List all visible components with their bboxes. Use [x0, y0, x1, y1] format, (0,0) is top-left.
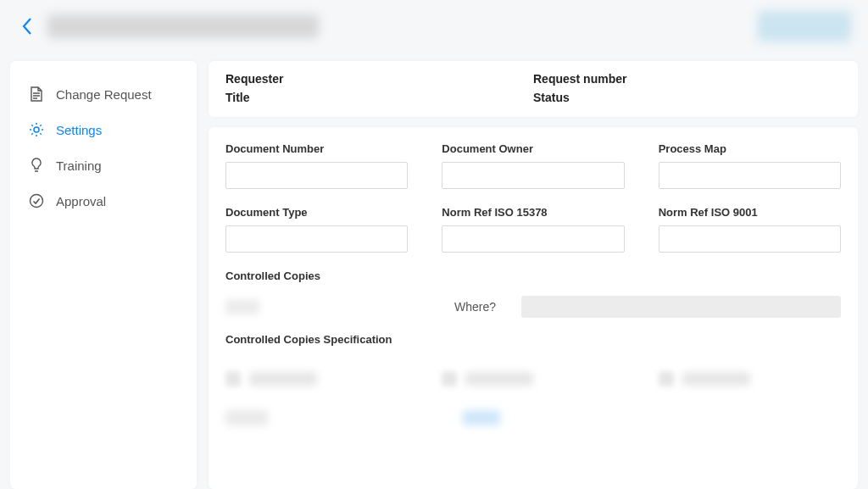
chevron-left-icon — [21, 17, 33, 36]
request-number-label: Request number — [533, 72, 660, 86]
document-number-input[interactable] — [225, 162, 408, 189]
process-map-input[interactable] — [659, 162, 841, 189]
spec-extra-2 — [463, 410, 500, 425]
where-value — [521, 296, 841, 318]
check-circle-icon — [29, 193, 44, 208]
spec-option-label — [682, 372, 750, 386]
sidebar-item-settings[interactable]: Settings — [17, 112, 190, 147]
gear-icon — [29, 122, 44, 137]
spec-option-3[interactable] — [659, 371, 841, 386]
where-label: Where? — [454, 300, 496, 314]
sidebar-item-label: Change Request — [56, 87, 152, 102]
bulb-icon — [29, 158, 44, 173]
document-owner-input[interactable] — [442, 162, 624, 189]
brand-logo — [758, 11, 851, 42]
controlled-copies-label: Controlled Copies — [225, 270, 841, 282]
norm-ref-9001-label: Norm Ref ISO 9001 — [659, 206, 841, 219]
checkbox-icon — [659, 371, 674, 386]
controlled-copies-spec-label: Controlled Copies Specification — [225, 333, 841, 346]
norm-ref-9001-input[interactable] — [659, 225, 841, 253]
summary-card: Requester Request number Title Status — [209, 61, 858, 117]
process-map-label: Process Map — [659, 142, 841, 155]
document-icon — [29, 86, 44, 102]
sidebar-item-approval[interactable]: Approval — [17, 183, 190, 219]
norm-ref-15378-input[interactable] — [442, 225, 624, 253]
spec-option-label — [249, 372, 317, 386]
svg-point-0 — [34, 127, 39, 132]
spec-option-2[interactable] — [442, 371, 624, 386]
spec-option-label — [465, 372, 533, 386]
document-type-input[interactable] — [225, 225, 408, 253]
document-owner-label: Document Owner — [442, 142, 624, 155]
sidebar-item-label: Approval — [56, 194, 106, 208]
checkbox-icon — [442, 371, 457, 386]
sidebar-item-label: Settings — [56, 123, 102, 137]
controlled-copies-value — [225, 299, 259, 314]
sidebar-item-change-request[interactable]: Change Request — [17, 76, 190, 112]
title-label: Title — [225, 91, 336, 104]
status-label: Status — [533, 91, 660, 104]
sidebar-item-label: Training — [56, 158, 102, 173]
svg-point-1 — [31, 195, 43, 208]
spec-option-1[interactable] — [225, 371, 408, 386]
header-bar — [0, 0, 868, 53]
page-title — [47, 14, 319, 38]
sidebar: Change Request Settings Training Approva… — [10, 61, 197, 489]
spec-extra-1 — [225, 410, 268, 425]
back-button[interactable] — [17, 14, 37, 38]
checkbox-icon — [225, 371, 241, 386]
norm-ref-15378-label: Norm Ref ISO 15378 — [442, 206, 624, 219]
settings-form: Document Number Document Owner Process M… — [209, 127, 858, 489]
requester-label: Requester — [225, 72, 336, 86]
document-type-label: Document Type — [225, 206, 408, 219]
document-number-label: Document Number — [225, 142, 408, 155]
sidebar-item-training[interactable]: Training — [17, 147, 190, 183]
